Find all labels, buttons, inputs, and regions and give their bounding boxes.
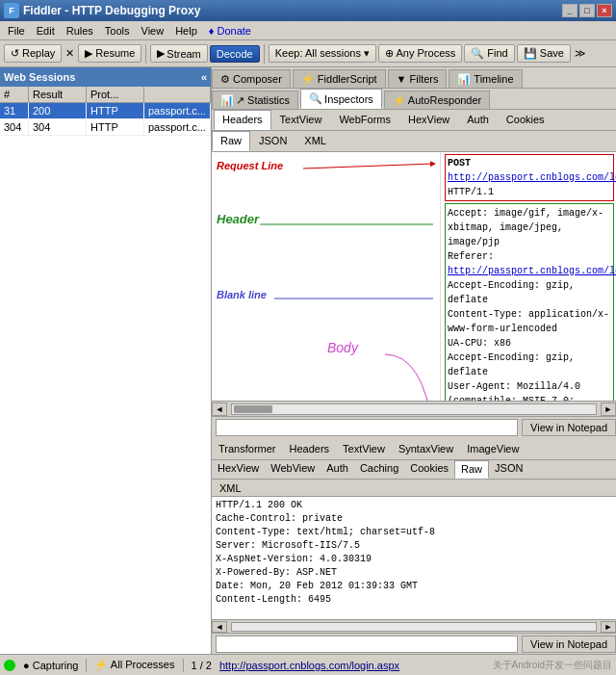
menu-donate[interactable]: ♦ Donate [203, 23, 257, 39]
resp-tab-textview[interactable]: TextView [336, 439, 392, 459]
request-subtab-strip: Headers TextView WebForms HexView Auth C… [212, 110, 616, 131]
resp-notepad-button[interactable]: View in Notepad [522, 636, 616, 653]
request-pane: Raw JSON XML Request Line [212, 131, 616, 439]
tab-fiddlerscript[interactable]: ⚡ FiddlerScript [293, 69, 386, 88]
col-host [144, 87, 211, 102]
resp-scroll-right-btn[interactable]: ► [601, 621, 616, 633]
sessions-collapse[interactable]: « [201, 71, 207, 83]
tab-statistics[interactable]: 📊↗ Statistics [212, 91, 298, 109]
resp-scroll-left-btn[interactable]: ◄ [212, 621, 227, 633]
resp-subtab-caching[interactable]: Caching [354, 460, 404, 479]
resp-sub-tabs: HexView WebView Auth Caching Cookies Raw… [212, 460, 616, 480]
resp-line-8: Content-Length: 6495 [216, 593, 612, 607]
close-button[interactable]: × [597, 4, 612, 17]
app-icon: F [4, 3, 19, 18]
scroll-right-btn[interactable]: ► [601, 402, 616, 416]
resp-content[interactable]: HTTP/1.1 200 OK Cache-Control: private C… [212, 497, 616, 619]
menu-bar: File Edit Rules Tools View Help ♦ Donate [0, 21, 616, 40]
find-button[interactable]: 🔍 Find [464, 44, 514, 63]
resp-input-field[interactable] [216, 636, 518, 653]
resp-line-7: Date: Mon, 20 Feb 2012 01:39:33 GMT [216, 580, 612, 593]
stream-button[interactable]: ▶ Stream [150, 44, 207, 63]
resp-tab-headers[interactable]: Headers [283, 439, 337, 459]
req-tab-xml[interactable]: XML [295, 131, 335, 151]
subtab-cookies[interactable]: Cookies [498, 110, 553, 130]
resp-subtab-raw[interactable]: Raw [454, 460, 489, 479]
req-text-content[interactable]: POST http://passport.cnblogs.com/login.a… [443, 152, 616, 401]
toolbar-more[interactable]: ≫ [573, 47, 588, 60]
req-scrollbar[interactable]: ◄ ► [212, 401, 616, 416]
menu-view[interactable]: View [136, 23, 170, 39]
right-panel: ⚙ Composer ⚡ FiddlerScript ▼ Filters 📊 T… [212, 67, 616, 654]
scroll-left-btn[interactable]: ◄ [212, 402, 227, 416]
resp-subtab-hexview[interactable]: HexView [212, 460, 265, 479]
xml-label: XML [216, 480, 245, 496]
tab-timeline[interactable]: 📊 Timeline [449, 69, 522, 88]
url-link[interactable]: http://passport.cnblogs.com/login.aspx [448, 172, 616, 183]
keep-button[interactable]: Keep: All sessions ▾ [269, 44, 376, 63]
replay-button[interactable]: ↺ Replay [4, 44, 62, 63]
menu-help[interactable]: Help [169, 23, 203, 39]
window-controls[interactable]: _ □ × [562, 4, 612, 17]
resp-subtab-auth[interactable]: Auth [321, 460, 354, 479]
resp-hscrollbar[interactable] [231, 622, 597, 632]
subtab-headers[interactable]: Headers [214, 110, 271, 130]
col-prot: Prot... [87, 87, 144, 102]
cell-result-2: 304 [29, 119, 87, 135]
resp-scrollbar[interactable]: ◄ ► [212, 619, 616, 633]
resp-tab-transformer[interactable]: Transformer [212, 439, 283, 459]
session-row-2[interactable]: 304 304 HTTP passport.c... [0, 119, 211, 136]
resp-subtab-json[interactable]: JSON [489, 460, 528, 479]
tab-composer[interactable]: ⚙ Composer [212, 69, 291, 88]
req-input-field[interactable] [216, 419, 518, 436]
tab-inspectors[interactable]: 🔍Inspectors [300, 89, 382, 109]
svg-line-0 [303, 164, 433, 169]
tab-autoresponder[interactable]: ⚡AutoResponder [384, 91, 490, 109]
title-bar: F Fiddler - HTTP Debugging Proxy _ □ × [0, 0, 616, 21]
subtab-textview[interactable]: TextView [271, 110, 331, 130]
subtab-auth[interactable]: Auth [458, 110, 498, 130]
cell-num-2: 304 [0, 119, 29, 135]
resume-button[interactable]: ▶ Resume [78, 44, 141, 63]
resp-tab-syntaxview[interactable]: SyntaxView [392, 439, 460, 459]
header-line-2: Referer: http://passport.cnblogs.com/log… [448, 249, 611, 278]
sessions-header: Web Sessions « [0, 67, 211, 87]
req-notepad-button[interactable]: View in Notepad [522, 419, 616, 436]
req-hscrollbar[interactable] [231, 403, 597, 415]
resp-subtab-cookies[interactable]: Cookies [404, 460, 454, 479]
toolbar-x[interactable]: ✕ [64, 47, 76, 60]
sessions-title: Web Sessions [4, 71, 75, 83]
stats-icon: 📊 [220, 94, 234, 107]
req-tab-json[interactable]: JSON [250, 131, 295, 151]
maximize-button[interactable]: □ [579, 4, 595, 17]
subtab-hexview[interactable]: HexView [399, 110, 458, 130]
header-line-6: Accept-Encoding: gzip, deflate [448, 350, 611, 379]
menu-edit[interactable]: Edit [31, 23, 61, 39]
cell-host-1: passport.c... [144, 103, 211, 118]
sessions-table: # Result Prot... 31 200 HTTP passport.c.… [0, 87, 211, 654]
session-row-1[interactable]: 31 200 HTTP passport.c... [0, 103, 211, 119]
req-tab-raw[interactable]: Raw [212, 131, 250, 151]
resp-subtab-webview[interactable]: WebView [265, 460, 321, 479]
any-process-button[interactable]: ⊕ Any Process [378, 44, 462, 63]
sessions-thead: # Result Prot... [0, 87, 211, 103]
menu-rules[interactable]: Rules [61, 23, 99, 39]
subtab-webforms[interactable]: WebForms [330, 110, 399, 130]
status-sep-1 [86, 659, 87, 672]
header-line-7: User-Agent: Mozilla/4.0 (compatible; MSI… [448, 379, 611, 401]
status-sep-2 [183, 659, 184, 672]
req-hscrollbar-thumb[interactable] [234, 405, 272, 413]
decode-button[interactable]: Decode [210, 45, 260, 63]
menu-tools[interactable]: Tools [99, 23, 136, 39]
save-button[interactable]: 💾 Save [517, 44, 571, 63]
req-content: Request Line [212, 152, 616, 401]
minimize-button[interactable]: _ [562, 4, 578, 17]
annotation-blank-line: Blank line [217, 289, 267, 300]
status-bar: ● Capturing ⚡ All Processes 1 / 2 http:/… [0, 654, 616, 675]
resp-line-2: Cache-Control: private [216, 512, 612, 526]
tab-filters[interactable]: ▼ Filters [388, 69, 448, 88]
col-num: # [0, 87, 29, 102]
menu-file[interactable]: File [2, 23, 31, 39]
referer-link[interactable]: http://passport.cnblogs.com/login.aspx [448, 266, 616, 276]
resp-tab-imageview[interactable]: ImageView [460, 439, 526, 459]
